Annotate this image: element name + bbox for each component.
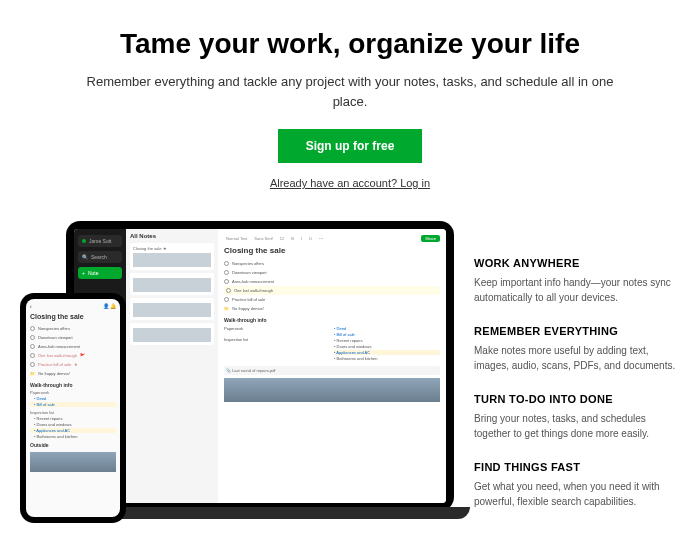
task-item: 📁Go frappy demos!	[30, 369, 116, 378]
bullet: • Bathrooms and kitchen	[334, 356, 440, 361]
share-button: Share	[421, 235, 440, 242]
col-header: Inspection list	[30, 410, 116, 415]
task-item: Nonspecies offers	[224, 259, 440, 268]
note-editor: Share Normal TextSans Serif12BIU⋯ Closin…	[218, 229, 446, 503]
sidebar-new-note: +Note	[78, 267, 122, 279]
task-item: Area-hub measurement	[30, 342, 116, 351]
feature-title: WORK ANYWHERE	[474, 257, 680, 269]
note-card	[130, 298, 214, 320]
bullet: • Doors and windows	[334, 344, 440, 349]
bullet: • Recent repairs	[334, 338, 440, 343]
section-header: Outside	[30, 442, 116, 448]
device-mockup: Jame Sott 🔍Search +Note All Notes Closin…	[20, 221, 450, 551]
hero-title: Tame your work, organize your life	[40, 28, 660, 60]
task-item: Area-hub measurement	[224, 277, 440, 286]
phone-note-title: Closing the sale	[30, 313, 116, 320]
notes-header: All Notes	[130, 233, 214, 239]
hero-subtitle: Remember everything and tackle any proje…	[80, 72, 620, 111]
col-header: Paperwork	[30, 390, 116, 395]
sidebar-user: Jame Sott	[78, 235, 122, 247]
task-item: One last walk-through 🚩	[30, 351, 116, 360]
feature-title: TURN TO-DO INTO DONE	[474, 393, 680, 405]
feature-item: WORK ANYWHERE Keep important info handy—…	[474, 257, 680, 305]
editor-toolbar: Normal TextSans Serif12BIU⋯	[224, 235, 421, 242]
bullet: • Bill of sale	[334, 332, 440, 337]
bullet: • Deed	[30, 396, 116, 401]
feature-title: FIND THINGS FAST	[474, 461, 680, 473]
note-card	[130, 323, 214, 345]
task-item: Nonspecies offers	[30, 324, 116, 333]
note-card: Closing the sale ★	[130, 243, 214, 270]
bullet: • Deed	[334, 326, 440, 331]
task-item: Downtown viewport	[30, 333, 116, 342]
bullet-highlighted: • Appliances and AC	[30, 428, 116, 433]
feature-body: Get what you need, when you need it with…	[474, 479, 680, 509]
note-image	[30, 452, 116, 472]
task-item: Practice bill of sale ★	[30, 360, 116, 369]
notes-list: All Notes Closing the sale ★	[126, 229, 218, 503]
feature-title: REMEMBER EVERYTHING	[474, 325, 680, 337]
note-image	[224, 378, 440, 402]
task-item-highlighted: One last walk-through	[224, 286, 440, 295]
login-link[interactable]: Already have an account? Log in	[40, 177, 660, 189]
section-header: Walk-through info	[30, 382, 116, 388]
note-title: Closing the sale	[224, 246, 440, 255]
phone-frame: ‹👤 🔔 Closing the sale Nonspecies offers …	[20, 293, 126, 523]
feature-body: Keep important info handy—your notes syn…	[474, 275, 680, 305]
feature-body: Make notes more useful by adding text, i…	[474, 343, 680, 373]
bullet: • Bathrooms and kitchen	[30, 434, 116, 439]
feature-item: REMEMBER EVERYTHING Make notes more usef…	[474, 325, 680, 373]
col-header: Inspection list	[224, 337, 330, 342]
bullet: • Recent repairs	[30, 416, 116, 421]
section-header: Walk-through info	[224, 317, 440, 323]
feature-body: Bring your notes, tasks, and schedules t…	[474, 411, 680, 441]
feature-item: FIND THINGS FAST Get what you need, when…	[474, 461, 680, 509]
features-list: WORK ANYWHERE Keep important info handy—…	[474, 221, 680, 551]
feature-item: TURN TO-DO INTO DONE Bring your notes, t…	[474, 393, 680, 441]
col-header: Paperwork	[224, 326, 330, 331]
note-card	[130, 273, 214, 295]
bullet-highlighted: • Appliances and AC	[334, 350, 440, 355]
sidebar-search: 🔍Search	[78, 251, 122, 263]
signup-button[interactable]: Sign up for free	[278, 129, 423, 163]
bullet-highlighted: • Bill of sale	[30, 402, 116, 407]
phone-header: ‹👤 🔔	[30, 303, 116, 309]
attachment: 📎 Last round of repairs.pdf	[224, 366, 440, 375]
task-item: Downtown viewport	[224, 268, 440, 277]
task-item: 📁Go frappy demos!	[224, 304, 440, 313]
task-item: Practice bill of sale	[224, 295, 440, 304]
bullet: • Doors and windows	[30, 422, 116, 427]
